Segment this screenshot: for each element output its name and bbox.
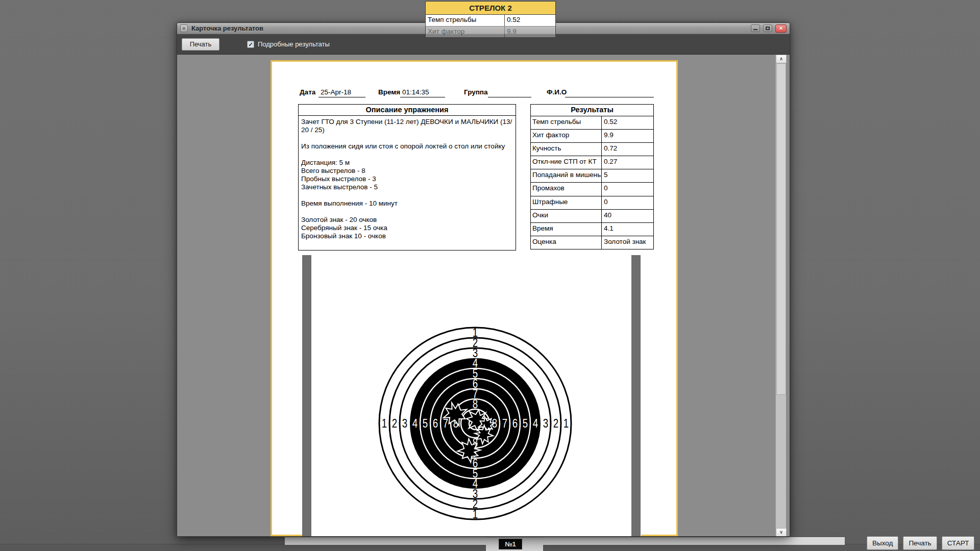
result-label: Время bbox=[531, 223, 601, 236]
date-label: Дата bbox=[300, 88, 315, 96]
dialog-content: Дата 25-Apr-18 Время 01:14:35 Группа Ф.И… bbox=[177, 55, 790, 537]
stat-value: 9.9 bbox=[505, 27, 555, 37]
maximize-icon bbox=[766, 27, 770, 30]
result-value: 0.72 bbox=[601, 143, 653, 156]
description-line: Бронзовый знак 10 - очков bbox=[301, 232, 513, 240]
vertical-scrollbar[interactable]: ∧ ∨ bbox=[775, 55, 786, 537]
time-label: Время bbox=[378, 88, 400, 96]
description-line bbox=[301, 208, 513, 216]
shooter-panel-rows: Темп стрельбы0.52Хит фактор9.9 bbox=[426, 15, 555, 37]
document-header: Дата 25-Apr-18 Время 01:14:35 Группа Ф.И… bbox=[272, 86, 676, 101]
result-value: 0.27 bbox=[601, 156, 653, 169]
ring-number: 4 bbox=[533, 417, 538, 431]
app-screen: №1 Выход Печать СТАРТ ≡ Карточка результ… bbox=[0, 0, 980, 551]
stat-label: Темп стрельбы bbox=[426, 15, 505, 26]
result-value: Золотой знак bbox=[601, 236, 653, 249]
time-value: 01:14:35 bbox=[400, 88, 445, 97]
scroll-down-arrow[interactable]: ∨ bbox=[776, 528, 787, 537]
exercise-description-title: Описание упражнения bbox=[299, 105, 516, 116]
exit-button[interactable]: Выход bbox=[867, 536, 898, 550]
description-line: Зачет ГТО для 3 Ступени (11-12 лет) ДЕВО… bbox=[301, 118, 513, 134]
maximize-button[interactable] bbox=[763, 24, 772, 32]
description-line: Дистанция: 5 м bbox=[301, 159, 513, 167]
checkbox-checked-icon[interactable]: ✓ bbox=[247, 41, 254, 48]
ring-number: 6 bbox=[512, 417, 518, 431]
target-number-tab[interactable]: №1 bbox=[499, 539, 522, 549]
result-value: 4.1 bbox=[601, 223, 653, 236]
results-row: Очки40 bbox=[531, 209, 653, 222]
result-label: Промахов bbox=[531, 183, 601, 195]
ring-number: 2 bbox=[392, 417, 397, 431]
result-label: Попаданий в мишень bbox=[531, 169, 601, 182]
exercise-description-text: Зачет ГТО для 3 Ступени (11-12 лет) ДЕВО… bbox=[299, 116, 516, 242]
description-line bbox=[301, 151, 513, 159]
description-line: Зачетных выстрелов - 5 bbox=[301, 183, 513, 191]
results-table: Результаты Темп стрельбы0.52Хит фактор9.… bbox=[530, 104, 654, 249]
shooter-panel-title: СТРЕЛОК 2 bbox=[426, 2, 555, 15]
result-value: 0 bbox=[601, 183, 653, 195]
result-label: Штрафные bbox=[531, 196, 601, 209]
scroll-up-arrow[interactable]: ∧ bbox=[776, 55, 787, 63]
print-button-footer[interactable]: Печать bbox=[903, 536, 937, 550]
scroll-thumb[interactable] bbox=[776, 63, 786, 395]
window-controls: ✕ bbox=[751, 24, 787, 33]
ring-number: 7 bbox=[443, 417, 448, 431]
result-value: 0 bbox=[601, 196, 653, 209]
ring-number: 5 bbox=[523, 417, 528, 431]
shooter-panel: СТРЕЛОК 2 Темп стрельбы0.52Хит фактор9.9 bbox=[425, 1, 556, 38]
result-label: Хит фактор bbox=[531, 130, 601, 142]
description-line: Время выполнения - 10 минут bbox=[301, 199, 513, 208]
result-label: Откл-ние СТП от КТ bbox=[531, 156, 601, 169]
ring-number: 2 bbox=[553, 417, 558, 431]
ring-number: 1 bbox=[564, 417, 569, 431]
detailed-results-checkbox[interactable]: ✓ Подробные результаты bbox=[247, 40, 330, 48]
ring-number: 1 bbox=[382, 417, 387, 431]
dialog-title: Карточка результатов bbox=[191, 24, 263, 32]
results-row: Промахов0 bbox=[531, 182, 653, 195]
ring-number: 3 bbox=[402, 417, 407, 431]
ring-number: 7 bbox=[502, 417, 507, 431]
footer-buttons: Выход Печать СТАРТ bbox=[867, 536, 974, 550]
results-row: Темп стрельбы0.52 bbox=[531, 116, 653, 129]
results-row: ОценкаЗолотой знак bbox=[531, 236, 653, 249]
minimize-icon bbox=[753, 29, 757, 30]
ring-number: 6 bbox=[433, 417, 438, 431]
description-line: Золотой знак - 20 очков bbox=[301, 216, 513, 224]
description-line bbox=[301, 134, 513, 142]
target-tab-strip bbox=[285, 537, 845, 545]
results-rows: Темп стрельбы0.52Хит фактор9.9Кучность0.… bbox=[531, 116, 653, 249]
close-button[interactable]: ✕ bbox=[775, 24, 787, 33]
result-label: Очки bbox=[531, 210, 601, 222]
result-value: 40 bbox=[601, 210, 653, 222]
name-value bbox=[565, 88, 654, 97]
shooter-stat-row: Темп стрельбы0.52 bbox=[426, 15, 555, 26]
results-row: Попаданий в мишень5 bbox=[531, 169, 653, 182]
description-line: Всего выстрелов - 8 bbox=[301, 167, 513, 175]
result-label: Темп стрельбы bbox=[531, 116, 601, 129]
results-row: Откл-ние СТП от КТ0.27 bbox=[531, 156, 653, 169]
ring-number: 8 bbox=[473, 397, 478, 411]
exercise-description-box: Описание упражнения Зачет ГТО для 3 Ступ… bbox=[298, 104, 516, 251]
results-row: Время4.1 bbox=[531, 222, 653, 236]
result-value: 9.9 bbox=[601, 130, 653, 142]
ring-number: 5 bbox=[423, 417, 428, 431]
system-menu-icon[interactable]: ≡ bbox=[180, 24, 188, 32]
stat-value: 0.52 bbox=[505, 15, 555, 26]
ring-number: 4 bbox=[412, 417, 418, 431]
stat-label: Хит фактор bbox=[426, 27, 505, 37]
group-value bbox=[488, 88, 531, 97]
result-label: Оценка bbox=[531, 236, 601, 249]
document-page: Дата 25-Apr-18 Время 01:14:35 Группа Ф.И… bbox=[271, 60, 678, 536]
print-button[interactable]: Печать bbox=[182, 38, 219, 51]
start-button[interactable]: СТАРТ bbox=[942, 536, 975, 550]
result-value: 5 bbox=[601, 169, 653, 182]
results-row: Кучность0.72 bbox=[531, 142, 653, 156]
date-value: 25-Apr-18 bbox=[318, 88, 365, 97]
result-value: 0.52 bbox=[601, 116, 653, 129]
target-svg: 11112222333344445555666677778888 bbox=[302, 255, 641, 537]
ring-number: 3 bbox=[543, 417, 548, 431]
minimize-button[interactable] bbox=[751, 24, 760, 32]
result-label: Кучность bbox=[531, 143, 601, 156]
results-card-dialog: ≡ Карточка результатов ✕ Печать ✓ Подроб… bbox=[177, 22, 790, 537]
description-line: Из положения сидя или стоя с опорой локт… bbox=[301, 142, 513, 151]
